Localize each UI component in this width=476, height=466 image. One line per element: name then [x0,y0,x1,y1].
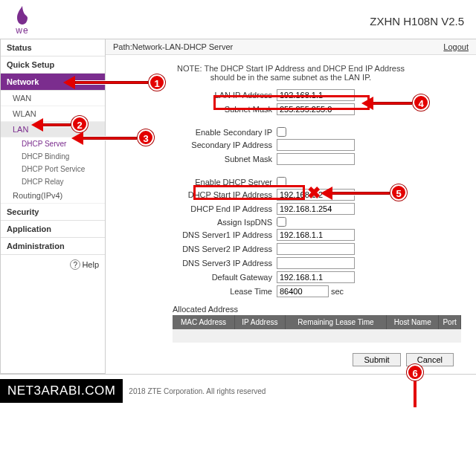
allocated-table: MAC Address IP Address Remaining Lease T… [173,315,461,343]
gateway-label: Default Gateway [165,273,277,282]
path-bar: Path:Network-LAN-DHCP Server Logout [106,39,476,55]
submit-button[interactable]: Submit [353,353,400,366]
dns1-input[interactable] [277,229,355,241]
enable-secondary-checkbox[interactable] [277,127,286,137]
header: we ZXHN H108N V2.5 [0,0,476,39]
copyright: 2018 ZTE Corporation. All rights reserve… [129,387,266,395]
assign-ispdns-label: Assign IspDNS [165,218,277,227]
secondary-ip-input[interactable] [277,139,355,151]
allocated-header: Allocated Address [173,305,476,314]
cancel-button[interactable]: Cancel [406,353,454,366]
content: Path:Network-LAN-DHCP Server Logout NOTE… [106,39,476,374]
dns1-label: DNS Server1 IP Address [165,230,277,239]
lease-input[interactable] [277,285,329,297]
col-ip: IP Address [235,315,286,329]
footer: NET3ARABI.COM 2018 ZTE Corporation. All … [0,374,476,407]
secondary-subnet-label: Subnet Mask [165,155,277,164]
sidebar-item-security[interactable]: Security [1,204,105,221]
sidebar-item-administration[interactable]: Administration [1,238,105,255]
note-text: NOTE: The DHCP Start IP Address and DHCP… [164,64,417,82]
lease-label: Lease Time [165,287,277,296]
col-host: Host Name [387,315,439,329]
col-port: Port [439,315,461,329]
table-row [173,329,461,343]
sidebar-item-status[interactable]: Status [1,39,105,56]
annotation-x-icon: ✖ [307,184,321,203]
enable-secondary-label: Enable Secondary IP [165,128,277,137]
brand-text: we [15,25,30,36]
dns2-label: DNS Server2 IP Address [165,245,277,253]
model-label: ZXHN H108N V2.5 [370,15,464,27]
dhcp-end-label: DHCP End IP Address [165,204,277,213]
sidebar: Status Quick Setup Network WAN WLAN LAN … [0,39,106,374]
footer-brand: NET3ARABI.COM [0,379,123,403]
secondary-ip-label: Secondary IP Address [165,140,277,149]
annotation-box [213,95,370,110]
sidebar-item-network[interactable]: Network [1,74,105,91]
sidebar-item-dhcp-server[interactable]: DHCP Server [1,137,105,150]
flame-icon [15,6,30,25]
col-remaining: Remaining Lease Time [285,315,387,329]
help-link[interactable]: ?Help [1,255,105,274]
secondary-subnet-input[interactable] [277,153,355,165]
sidebar-item-application[interactable]: Application [1,221,105,238]
sidebar-item-lan[interactable]: LAN [1,122,105,137]
brand-logo: we [15,6,30,36]
annotation-box [193,185,305,200]
logout-link[interactable]: Logout [443,42,469,51]
dns3-label: DNS Server3 IP Address [165,259,277,268]
sidebar-item-dhcp-port-service[interactable]: DHCP Port Service [1,163,105,175]
dns2-input[interactable] [277,243,355,255]
sidebar-item-dhcp-relay[interactable]: DHCP Relay [1,175,105,188]
sidebar-item-dhcp-binding[interactable]: DHCP Binding [1,150,105,163]
dhcp-end-input[interactable] [277,203,355,215]
gateway-input[interactable] [277,271,355,283]
breadcrumb: Path:Network-LAN-DHCP Server [113,42,233,51]
help-label: Help [82,260,99,269]
help-icon: ? [70,259,80,270]
assign-ispdns-checkbox[interactable] [277,217,286,227]
dns3-input[interactable] [277,257,355,269]
col-mac: MAC Address [173,315,235,329]
sidebar-item-wan[interactable]: WAN [1,91,105,106]
sidebar-item-quick-setup[interactable]: Quick Setup [1,56,105,74]
sidebar-item-routing[interactable]: Routing(IPv4) [1,188,105,204]
sidebar-item-wlan[interactable]: WLAN [1,106,105,122]
lease-unit: sec [331,287,344,296]
